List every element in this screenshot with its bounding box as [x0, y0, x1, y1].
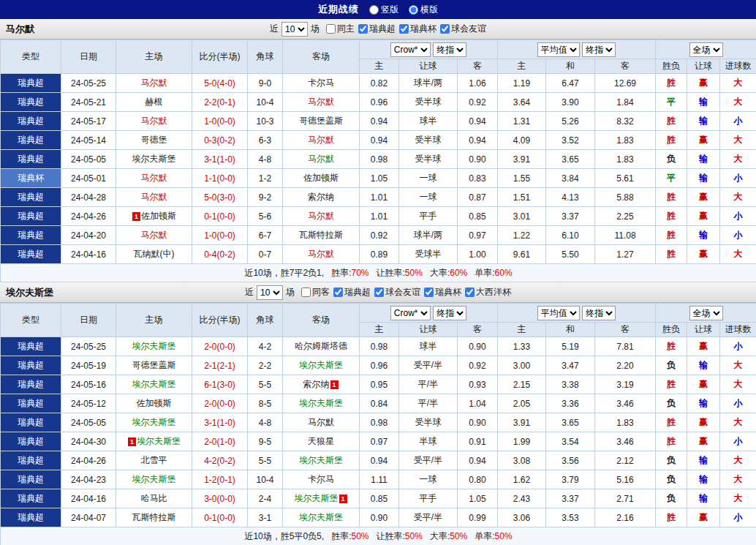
period-select[interactable]: 全场: [689, 306, 723, 320]
odds-away: 0.93: [458, 375, 498, 394]
checkbox-input[interactable]: [424, 287, 434, 297]
result-handicap: 输: [687, 112, 720, 131]
mean-away: 3.46: [595, 432, 656, 451]
odds-stage-select[interactable]: 终指: [433, 42, 466, 57]
corners: 2-2: [248, 356, 283, 375]
col-result: 胜负: [656, 323, 687, 337]
odds-home: 0.90: [360, 508, 399, 527]
checkbox-input[interactable]: [301, 287, 311, 297]
home-team: 埃尔夫斯堡: [116, 470, 192, 489]
mean-stage-select[interactable]: 终指: [582, 42, 616, 57]
home-team: 哈马比: [116, 489, 192, 508]
odds-home: 1.01: [360, 188, 399, 207]
col-date: 日期: [61, 40, 116, 74]
home-team-name: 佐加顿斯: [137, 398, 172, 408]
filter-checkbox[interactable]: 瑞典杯: [399, 23, 436, 35]
away-team-name: 马尔默: [308, 135, 334, 145]
away-team-name: 马尔默: [308, 154, 334, 164]
mean-draw: 4.13: [546, 188, 595, 207]
score: 2-0(0-0): [192, 394, 248, 413]
section-header: 马尔默 近 10 场 同主瑞典超瑞典杯球会友谊: [0, 19, 756, 40]
stat-win-rate: 胜率:70%: [331, 267, 368, 279]
score: 0-1(0-0): [192, 207, 248, 226]
corners: 4-8: [248, 413, 283, 432]
mean-stage-select[interactable]: 终指: [582, 306, 616, 320]
odds-away: 0.99: [458, 508, 498, 527]
result-handicap: 输: [687, 93, 720, 112]
col-goals-result: 进球数: [720, 59, 756, 74]
checkbox-input[interactable]: [465, 287, 475, 297]
score: 0-4(0-2): [192, 245, 248, 264]
checkbox-input[interactable]: [374, 287, 384, 297]
filter-checkbox[interactable]: 大西洋杯: [465, 286, 511, 298]
away-team-name: 埃尔夫斯堡: [299, 398, 343, 408]
filter-checkbox[interactable]: 瑞典超: [333, 286, 371, 298]
away-team: 索尔纳1: [283, 375, 360, 394]
checkbox-input[interactable]: [358, 24, 368, 34]
stat-label: 单率:: [475, 531, 494, 541]
bookmaker-select[interactable]: Crow*: [390, 42, 431, 57]
filter-checkbox[interactable]: 球会友谊: [374, 286, 420, 298]
odds-stage-select[interactable]: 终指: [433, 306, 466, 320]
corners: 9-2: [248, 188, 283, 207]
filter-checkbox[interactable]: 同客: [301, 286, 330, 298]
col-odds-home: 主: [360, 59, 399, 74]
away-team-name: 索尔纳: [308, 192, 334, 202]
odds-away: 0.80: [458, 470, 498, 489]
odds-away: 0.83: [458, 169, 498, 188]
odds-away: 0.94: [458, 131, 498, 150]
match-count-select[interactable]: 10: [281, 22, 308, 37]
filter-checkbox[interactable]: 球会友谊: [440, 23, 486, 35]
bookmaker-select[interactable]: Crow*: [390, 306, 431, 320]
corners: 10-4: [248, 470, 283, 489]
result-outcome: 胜: [656, 112, 687, 131]
odds-home: 0.94: [360, 451, 399, 470]
odds-handicap: 受平/半: [399, 356, 458, 375]
corners: 5-6: [248, 207, 283, 226]
corners: 5-5: [248, 375, 283, 394]
result-handicap: 赢: [687, 432, 720, 451]
period-select[interactable]: 全场: [689, 42, 723, 57]
result-handicap: 赢: [687, 245, 720, 264]
away-team-name: 索尔纳: [303, 379, 330, 389]
odds-away: 1.04: [458, 394, 498, 413]
home-team-name: 哈马比: [141, 493, 167, 503]
away-team-name: 哈尔姆斯塔德: [295, 341, 347, 351]
vertical-layout-radio[interactable]: [369, 5, 379, 15]
layout-option-vertical[interactable]: 竖版: [369, 4, 398, 16]
checkbox-input[interactable]: [440, 24, 450, 34]
col-mean-draw: 和: [546, 323, 595, 337]
horizontal-layout-radio[interactable]: [409, 5, 418, 15]
checkbox-label: 球会友谊: [385, 286, 420, 298]
mean-home: 3.06: [498, 508, 546, 527]
col-away: 客场: [283, 304, 360, 337]
result-goals: 大: [720, 93, 756, 112]
checkbox-input[interactable]: [333, 287, 343, 297]
home-team: 埃尔夫斯堡: [116, 337, 192, 356]
home-team: 北雪平: [116, 451, 192, 470]
odds-handicap: 平手: [399, 489, 458, 508]
home-team-name: 埃尔夫斯堡: [132, 154, 176, 164]
result-outcome: 胜: [656, 245, 687, 264]
result-goals: 大: [720, 451, 756, 470]
match-date: 24-05-05: [61, 150, 116, 169]
match-rows: 瑞典超24-05-25埃尔夫斯堡2-0(0-0)4-2哈尔姆斯塔德0.98球半0…: [1, 337, 756, 527]
odds-handicap: 球半/两: [399, 74, 458, 93]
checkbox-input[interactable]: [399, 24, 409, 34]
match-date: 24-05-17: [61, 112, 116, 131]
filter-checkbox[interactable]: 同主: [326, 23, 355, 35]
col-handicap-result: 让球: [687, 59, 720, 74]
match-count-select[interactable]: 10: [257, 285, 283, 300]
mean-home: 3.08: [498, 451, 546, 470]
layout-option-horizontal[interactable]: 横版: [409, 4, 438, 16]
filter-checkbox[interactable]: 瑞典超: [358, 23, 396, 35]
away-team: 卡尔马: [283, 74, 360, 93]
filter-checkbox[interactable]: 瑞典杯: [424, 286, 461, 298]
score: 1-1(0-0): [192, 169, 248, 188]
mean-draw: 3.53: [546, 508, 595, 527]
mean-select[interactable]: 平均值: [537, 42, 580, 57]
result-outcome: 平: [656, 169, 687, 188]
checkbox-input[interactable]: [326, 24, 336, 34]
mean-away: 2.71: [595, 489, 656, 508]
mean-select[interactable]: 平均值: [537, 306, 580, 320]
